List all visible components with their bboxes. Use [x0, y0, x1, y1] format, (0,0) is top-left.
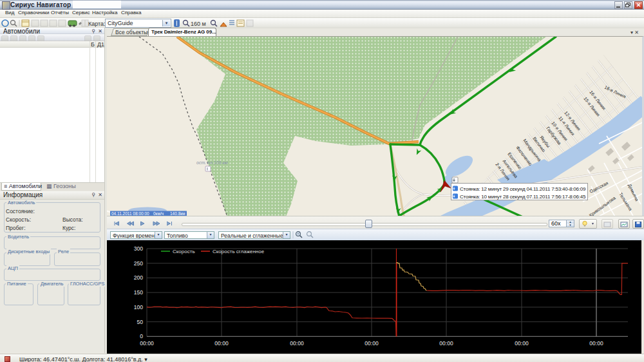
- svg-text:ост. пл.109 км: ост. пл.109 км: [196, 160, 228, 165]
- svg-text:Скорость: Скорость: [173, 249, 195, 254]
- svg-text:00:00: 00:00: [140, 340, 154, 347]
- svg-text:00:00: 00:00: [290, 340, 304, 347]
- svg-text:140.8км: 140.8км: [170, 211, 185, 216]
- svg-text:04.11.2011 08:00:00: 04.11.2011 08:00:00: [111, 211, 149, 216]
- svg-text:250: 250: [134, 260, 143, 267]
- svg-text:00:00: 00:00: [214, 340, 229, 347]
- svg-text:Тельмана: Тельмана: [618, 192, 633, 212]
- svg-text:Стоянка: 12 минут 29 секунд 04: Стоянка: 12 минут 29 секунд 04.11.2011 7…: [460, 186, 586, 192]
- svg-text:50: 50: [137, 319, 144, 325]
- svg-text:00:00: 00:00: [589, 340, 603, 347]
- svg-text:Стоянка: 10 минут 28 секунд 07: Стоянка: 10 минут 28 секунд 07.11.2011 7…: [460, 194, 586, 200]
- svg-text:100: 100: [134, 304, 143, 310]
- svg-text:300: 300: [134, 245, 143, 252]
- svg-text:00:00: 00:00: [365, 340, 379, 347]
- svg-text:0: 0: [140, 333, 143, 339]
- svg-text:Демьяна: Демьяна: [627, 183, 639, 202]
- svg-text:00:00: 00:00: [515, 340, 529, 347]
- svg-text:Скорость сглаженное: Скорость сглаженное: [213, 249, 265, 254]
- svg-text:150: 150: [134, 289, 143, 296]
- svg-text:0км/ч: 0км/ч: [153, 211, 164, 216]
- svg-text:200: 200: [134, 274, 143, 281]
- svg-text:00:00: 00:00: [439, 340, 453, 347]
